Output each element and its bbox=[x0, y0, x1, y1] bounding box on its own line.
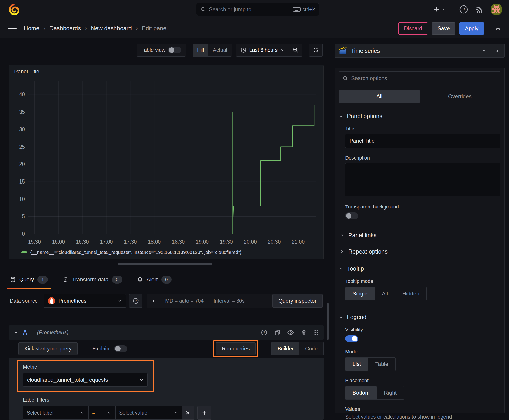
global-search[interactable]: ctrl+k bbox=[196, 3, 319, 16]
table-view-control: Table view bbox=[137, 44, 186, 57]
alert-count-badge: 0 bbox=[161, 276, 172, 284]
y-axis-tick: 10 bbox=[19, 196, 25, 202]
chevron-right-icon bbox=[495, 48, 500, 53]
fill-actual-segment: Fill Actual bbox=[193, 44, 232, 57]
explain-toggle[interactable] bbox=[114, 345, 127, 352]
scrollbar-thumb[interactable] bbox=[327, 303, 328, 340]
breadcrumb-new-dashboard[interactable]: New dashboard bbox=[91, 25, 132, 32]
description-textarea[interactable] bbox=[345, 163, 500, 196]
datasource-help-button[interactable]: ? bbox=[129, 294, 142, 308]
save-button[interactable]: Save bbox=[432, 22, 455, 35]
metric-select[interactable]: cloudflared_tunnel_total_requests bbox=[23, 373, 148, 387]
x-axis-tick: 17:00 bbox=[100, 239, 113, 245]
legend-mode-table[interactable]: Table bbox=[368, 358, 395, 371]
code-option[interactable]: Code bbox=[299, 342, 323, 355]
breadcrumb: Home › Dashboards › New dashboard › Edit… bbox=[24, 25, 168, 32]
apply-button[interactable]: Apply bbox=[459, 22, 484, 35]
chevron-right-icon bbox=[340, 233, 344, 237]
tab-query[interactable]: Query 1 bbox=[10, 270, 48, 289]
builder-option[interactable]: Builder bbox=[272, 342, 299, 355]
visualization-picker: Time series bbox=[335, 44, 504, 58]
tooltip-hidden-option[interactable]: Hidden bbox=[395, 287, 426, 300]
kick-start-query-button[interactable]: Kick start your query bbox=[18, 342, 78, 355]
help-icon[interactable]: ? bbox=[261, 329, 267, 336]
chevron-down-icon bbox=[81, 411, 84, 415]
legend-mode-label: Mode bbox=[345, 349, 500, 355]
metric-value: cloudflared_tunnel_total_requests bbox=[27, 377, 108, 383]
eye-icon[interactable] bbox=[287, 329, 294, 336]
tooltip-single-option[interactable]: Single bbox=[345, 287, 375, 300]
actual-option[interactable]: Actual bbox=[208, 44, 232, 56]
tab-overrides[interactable]: Overrides bbox=[420, 90, 500, 103]
query-row-header[interactable]: A (Prometheus) ? bbox=[9, 325, 324, 340]
run-queries-button[interactable]: Run queries bbox=[216, 342, 256, 355]
panel-options-section-header[interactable]: Panel options bbox=[339, 113, 500, 120]
tooltip-all-option[interactable]: All bbox=[375, 287, 395, 300]
visualization-select[interactable]: Time series bbox=[335, 44, 490, 57]
options-search[interactable] bbox=[339, 71, 500, 85]
transparent-background-toggle[interactable] bbox=[345, 212, 358, 219]
legend-placement-label: Placement bbox=[345, 378, 500, 383]
tab-all-options[interactable]: All bbox=[339, 90, 420, 103]
trash-icon[interactable] bbox=[301, 329, 307, 336]
refresh-button[interactable] bbox=[309, 44, 322, 56]
query-inspector-button[interactable]: Query inspector bbox=[273, 294, 322, 308]
menu-icon[interactable] bbox=[8, 24, 17, 33]
legend-series-label[interactable]: {__name__="cloudflared_tunnel_total_requ… bbox=[30, 249, 242, 255]
options-search-input[interactable] bbox=[351, 75, 496, 82]
x-axis-tick: 21:00 bbox=[292, 239, 304, 245]
fill-option[interactable]: Fill bbox=[193, 44, 208, 56]
panel-title-input[interactable] bbox=[345, 134, 500, 148]
search-icon bbox=[343, 76, 348, 81]
panel-links-section-header[interactable]: Panel links bbox=[339, 227, 500, 243]
select-value-dropdown[interactable]: Select value bbox=[115, 406, 182, 420]
resize-handle-icon[interactable] bbox=[495, 192, 499, 195]
operator-dropdown[interactable]: = bbox=[88, 406, 115, 420]
tooltip-section-header[interactable]: Tooltip bbox=[339, 265, 500, 272]
x-axis-tick: 18:30 bbox=[172, 239, 185, 245]
actions-divider bbox=[488, 23, 488, 33]
tooltip-mode-segment: Single All Hidden bbox=[345, 287, 427, 300]
chevron-down-icon[interactable] bbox=[14, 330, 18, 335]
tab-alert[interactable]: Alert 0 bbox=[137, 270, 171, 289]
x-axis-tick: 20:00 bbox=[244, 239, 257, 245]
global-search-input[interactable] bbox=[209, 6, 290, 13]
add-filter-button[interactable] bbox=[198, 406, 211, 420]
table-view-toggle[interactable] bbox=[168, 47, 181, 53]
new-menu-button[interactable] bbox=[433, 6, 446, 13]
pane-resize-handle[interactable] bbox=[118, 263, 212, 265]
news-rss-icon[interactable] bbox=[475, 5, 484, 14]
legend-section-header[interactable]: Legend bbox=[339, 314, 500, 321]
chevron-down-icon bbox=[482, 48, 486, 53]
chevron-right-icon[interactable] bbox=[151, 299, 155, 303]
remove-filter-button[interactable] bbox=[182, 406, 194, 420]
discard-button[interactable]: Discard bbox=[398, 22, 428, 35]
chevron-down-icon bbox=[339, 114, 343, 119]
label-filters-label: Label filters bbox=[23, 397, 318, 403]
datasource-label: Data source bbox=[10, 298, 38, 304]
legend-mode-list[interactable]: List bbox=[345, 358, 368, 371]
x-axis-tick: 16:30 bbox=[76, 239, 89, 245]
time-range-picker[interactable]: Last 6 hours bbox=[236, 44, 289, 56]
legend-visibility-toggle[interactable] bbox=[345, 335, 358, 342]
time-series-chart[interactable]: 051015202530354015:3016:0016:3017:0017:3… bbox=[13, 77, 320, 248]
select-label-dropdown[interactable]: Select label bbox=[23, 406, 88, 420]
drag-handle-icon[interactable] bbox=[314, 329, 319, 336]
placement-bottom[interactable]: Bottom bbox=[345, 386, 377, 399]
breadcrumb-home[interactable]: Home bbox=[24, 25, 39, 32]
chevron-down-icon bbox=[118, 299, 122, 303]
chevron-down-icon bbox=[174, 411, 178, 415]
open-viz-list-button[interactable] bbox=[490, 44, 504, 57]
duplicate-icon[interactable] bbox=[274, 329, 281, 336]
breadcrumb-dashboards[interactable]: Dashboards bbox=[49, 25, 81, 32]
placement-right[interactable]: Right bbox=[377, 386, 404, 399]
tab-transform-data[interactable]: Transform data 0 bbox=[63, 270, 122, 289]
grafana-logo-icon[interactable] bbox=[8, 4, 19, 15]
user-avatar[interactable] bbox=[491, 4, 502, 15]
help-icon[interactable]: ? bbox=[459, 5, 468, 14]
repeat-options-section-header[interactable]: Repeat options bbox=[339, 243, 500, 260]
zoom-out-button[interactable] bbox=[289, 44, 302, 56]
chevron-up-icon[interactable] bbox=[495, 25, 501, 32]
datasource-picker[interactable]: Prometheus bbox=[44, 294, 126, 308]
query-ref-id: A bbox=[23, 329, 27, 336]
